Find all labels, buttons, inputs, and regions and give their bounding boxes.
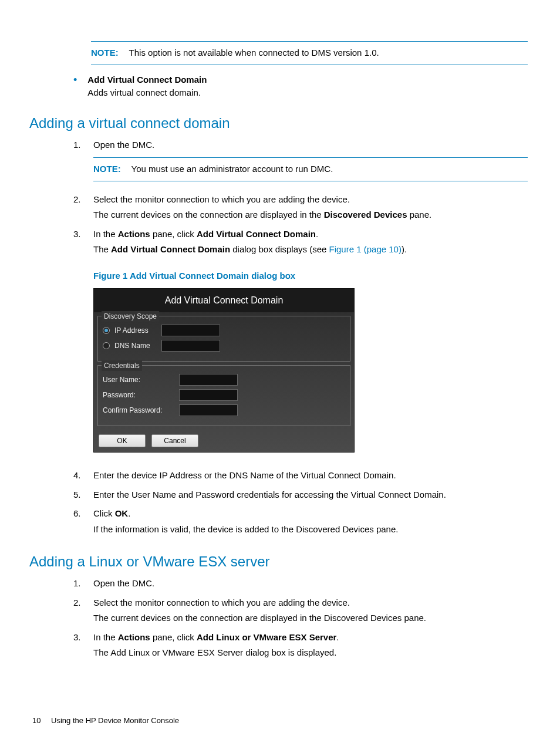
note-text: This option is not available when connec… (129, 48, 379, 58)
bullet-add-vc-domain: • Add Virtual Connect Domain Adds virtua… (73, 73, 528, 100)
steps-section2: 1. Open the DMC. 2. Select the monitor c… (73, 577, 528, 662)
dns-name-radio[interactable] (103, 342, 110, 349)
note-label: NOTE: (93, 164, 121, 174)
confirm-password-label: Confirm Password: (103, 405, 179, 416)
steps-section1: 1. Open the DMC. NOTE: You must use an a… (73, 139, 528, 259)
step-text: Select the monitor connection to which y… (93, 193, 528, 207)
add-vc-domain-dialog: Add Virtual Connect Domain Discovery Sco… (93, 288, 355, 453)
confirm-password-input[interactable] (179, 404, 238, 416)
figure-link[interactable]: Figure 1 (page 10) (329, 244, 402, 254)
cancel-button[interactable]: Cancel (151, 434, 198, 447)
ip-address-input[interactable] (161, 325, 220, 336)
step-text: Open the DMC. (93, 577, 528, 590)
dns-name-input[interactable] (161, 340, 220, 352)
step-num: 3. (73, 631, 93, 644)
step-text: In the Actions pane, click Add Linux or … (93, 631, 528, 644)
step-text: Enter the User Name and Password credent… (93, 488, 528, 502)
note-text: You must use an administrator account to… (131, 164, 333, 174)
password-label: Password: (103, 390, 179, 400)
password-input[interactable] (179, 389, 238, 401)
username-label: User Name: (103, 374, 179, 385)
note-label: NOTE: (91, 48, 119, 58)
heading-adding-linux-esx: Adding a Linux or VMware ESX server (29, 551, 528, 572)
step-num: 3. (73, 228, 93, 241)
step-text: The current devices on the connection ar… (93, 208, 528, 222)
username-input[interactable] (179, 374, 238, 386)
step-text: If the information is valid, the device … (93, 523, 528, 536)
steps-section1-cont: 4. Enter the device IP Address or the DN… (73, 469, 528, 538)
step-num: 6. (73, 507, 93, 521)
step-text: Select the monitor connection to which y… (93, 596, 528, 610)
discovery-scope-fieldset: Discovery Scope IP Address DNS Name (97, 316, 350, 362)
note-box-admin: NOTE: You must use an administrator acco… (93, 157, 528, 181)
step-num: 1. (73, 577, 93, 590)
step-num: 1. (73, 139, 93, 152)
credentials-legend: Credentials (102, 360, 142, 371)
figure-caption: Figure 1 Add Virtual Connect Domain dial… (93, 269, 528, 283)
step-num: 5. (73, 488, 93, 502)
step-text: The Add Virtual Connect Domain dialog bo… (93, 243, 528, 256)
heading-adding-vc-domain: Adding a virtual connect domain (29, 113, 528, 134)
step-num: 2. (73, 596, 93, 610)
dns-name-label: DNS Name (114, 340, 161, 351)
note-box-top: NOTE: This option is not available when … (91, 41, 528, 65)
step-num: 2. (73, 193, 93, 207)
step-text: Enter the device IP Address or the DNS N… (93, 469, 528, 482)
credentials-fieldset: Credentials User Name: Password: Confirm… (97, 365, 350, 426)
bullet-title: Add Virtual Connect Domain (87, 73, 528, 87)
ip-address-label: IP Address (114, 325, 161, 336)
ok-button[interactable]: OK (99, 434, 146, 447)
step-num: 4. (73, 469, 93, 482)
step-text: The current devices on the connection ar… (93, 612, 528, 625)
bullet-icon: • (73, 73, 77, 87)
step-text: Open the DMC. (93, 139, 528, 152)
step-text: The Add Linux or VMware ESX Server dialo… (93, 646, 528, 660)
ip-address-radio[interactable] (103, 327, 110, 334)
discovery-scope-legend: Discovery Scope (102, 311, 159, 322)
bullet-desc: Adds virtual connect domain. (87, 86, 528, 100)
step-text: Click OK. (93, 507, 528, 521)
dialog-title: Add Virtual Connect Domain (94, 289, 354, 312)
step-text: In the Actions pane, click Add Virtual C… (93, 228, 528, 241)
